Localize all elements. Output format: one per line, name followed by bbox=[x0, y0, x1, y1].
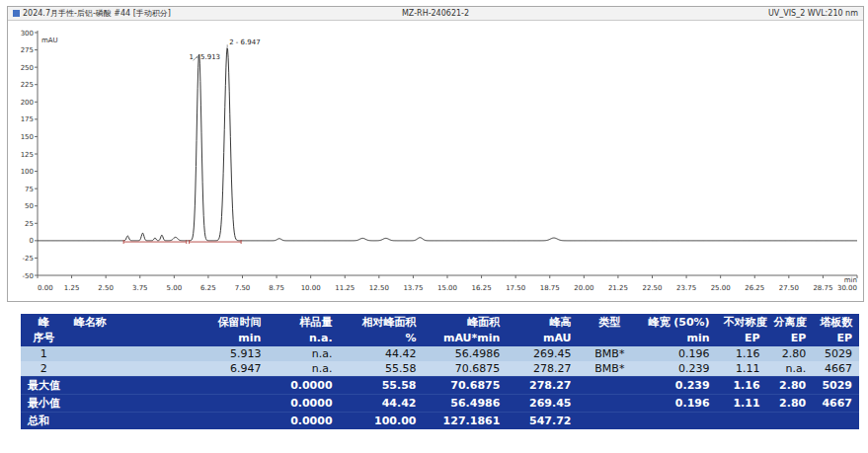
peak-cell[interactable]: 70.6875 bbox=[423, 361, 507, 377]
peak-cell[interactable]: 2 bbox=[21, 361, 67, 377]
peak-cell[interactable]: 56.4986 bbox=[423, 346, 507, 361]
summary-cell: 1.16 bbox=[717, 377, 767, 395]
column-header: 分离度 bbox=[767, 314, 814, 331]
summary-cell: 5029 bbox=[813, 377, 859, 395]
y-tick-label: 250 bbox=[21, 64, 34, 72]
peak-cell[interactable]: 278.27 bbox=[507, 361, 578, 377]
x-tick-label: 1.25 bbox=[64, 284, 80, 292]
summary-cell: 127.1861 bbox=[423, 413, 507, 430]
column-header: 峰 bbox=[21, 314, 67, 331]
x-tick-label: 0.00 bbox=[38, 284, 53, 292]
column-header: 相对峰面积 bbox=[340, 314, 424, 331]
peak-cell[interactable]: BMB* bbox=[579, 346, 642, 361]
peak-cell[interactable] bbox=[67, 346, 189, 361]
y-tick-label: 275 bbox=[21, 46, 34, 54]
summary-cell: 0.0000 bbox=[268, 395, 339, 413]
x-unit-label: min bbox=[844, 276, 857, 284]
x-tick-label: 20.00 bbox=[574, 284, 593, 292]
peak-label: 2 - 6.947 bbox=[229, 38, 260, 46]
x-tick-label: 11.25 bbox=[335, 284, 355, 292]
peak-cell[interactable]: 269.45 bbox=[507, 346, 578, 361]
peak-row[interactable]: 15.913n.a.44.4256.4986269.45BMB*0.1961.1… bbox=[21, 346, 859, 361]
column-header: 峰面积 bbox=[423, 314, 507, 331]
header-row: 序号minn.a.%mAU*minmAUminEPEPEP bbox=[21, 331, 859, 346]
x-tick-label: 15.00 bbox=[437, 284, 457, 292]
column-header: 类型 bbox=[579, 314, 642, 331]
summary-cell: 1.11 bbox=[717, 395, 767, 413]
channel-info: UV_VIS_2 WVL:210 nm bbox=[577, 9, 858, 18]
summary-cell: 0.196 bbox=[641, 395, 716, 413]
peak-cell[interactable]: 6.947 bbox=[189, 361, 269, 377]
y-tick-label: 200 bbox=[21, 99, 34, 107]
peak-cell[interactable]: 0.196 bbox=[641, 346, 716, 361]
peak-cell[interactable]: 2.80 bbox=[767, 346, 814, 361]
y-tick-label: 175 bbox=[21, 115, 34, 123]
peak-cell[interactable]: 1.11 bbox=[717, 361, 767, 377]
summary-cell bbox=[579, 395, 642, 413]
column-header: 样品量 bbox=[268, 314, 339, 331]
peak-cell[interactable]: 55.58 bbox=[340, 361, 424, 377]
peak-cell[interactable]: BMB* bbox=[579, 361, 642, 377]
y-tick-label: 150 bbox=[21, 133, 34, 141]
peak-cell[interactable]: 4667 bbox=[813, 361, 859, 377]
summary-cell: 547.72 bbox=[507, 413, 578, 430]
summary-cell bbox=[189, 413, 269, 430]
summary-cell: 2.80 bbox=[767, 395, 814, 413]
injection-name: MZ-RH-240621-2 bbox=[294, 9, 576, 18]
column-header: 序号 bbox=[21, 331, 67, 346]
column-header bbox=[579, 331, 642, 346]
peak-cell[interactable]: 5029 bbox=[813, 346, 859, 361]
summary-cell: 269.45 bbox=[507, 395, 578, 413]
sample-info: 2024.7月手性-后铝-磷酸 #44 [手动积分] bbox=[23, 8, 171, 19]
summary-cell bbox=[67, 377, 189, 395]
summary-cell bbox=[67, 413, 189, 430]
column-header: 保留时间 bbox=[189, 314, 269, 331]
column-header: mAU*min bbox=[423, 331, 507, 346]
summary-row: 最大值0.000055.5870.6875278.270.2391.162.80… bbox=[21, 377, 859, 395]
summary-cell bbox=[579, 377, 642, 395]
peak-cell[interactable]: 0.239 bbox=[641, 361, 716, 377]
x-tick-label: 18.75 bbox=[540, 284, 560, 292]
peak-cell[interactable]: 5.913 bbox=[189, 346, 269, 361]
column-header: EP bbox=[717, 331, 767, 346]
y-unit-label: mAU bbox=[41, 37, 58, 44]
summary-cell: 278.27 bbox=[507, 377, 578, 395]
column-header: % bbox=[340, 331, 424, 346]
peak-row[interactable]: 26.947n.a.55.5870.6875278.27BMB*0.2391.1… bbox=[21, 361, 859, 377]
chromatogram-plot[interactable]: 3002752502252001751501251007550250-25-50… bbox=[8, 21, 865, 301]
column-header: 峰宽 (50%) bbox=[641, 314, 716, 331]
y-tick-label: 50 bbox=[25, 202, 34, 210]
peak-cell[interactable]: n.a. bbox=[268, 346, 339, 361]
summary-cell: 4667 bbox=[813, 395, 859, 413]
peak-cell[interactable]: 44.42 bbox=[340, 346, 424, 361]
x-tick-label: 22.50 bbox=[642, 284, 662, 292]
summary-cell bbox=[717, 413, 767, 430]
summary-cell bbox=[189, 395, 269, 413]
peak-cell[interactable]: n.a. bbox=[767, 361, 814, 377]
summary-cell: 2.80 bbox=[767, 377, 814, 395]
peak-cell[interactable]: n.a. bbox=[268, 361, 339, 377]
summary-cell bbox=[767, 413, 814, 430]
y-tick-label: -25 bbox=[23, 255, 34, 263]
signal-trace bbox=[38, 48, 857, 241]
y-tick-label: 75 bbox=[25, 186, 34, 193]
y-tick-label: 0 bbox=[30, 237, 34, 245]
peak-results-table: 峰峰名称保留时间样品量相对峰面积峰面积峰高类型峰宽 (50%)不对称度分离度塔板… bbox=[21, 314, 859, 429]
column-header: 峰高 bbox=[507, 314, 578, 331]
peak-cell[interactable] bbox=[67, 361, 189, 377]
peak-cell[interactable]: 1 bbox=[21, 346, 67, 361]
x-tick-label: 16.25 bbox=[472, 284, 492, 292]
header-row: 峰峰名称保留时间样品量相对峰面积峰面积峰高类型峰宽 (50%)不对称度分离度塔板… bbox=[21, 314, 859, 331]
chromatogram-icon bbox=[13, 10, 20, 17]
peak-cell[interactable]: 1.16 bbox=[717, 346, 767, 361]
summary-cell bbox=[579, 413, 642, 430]
summary-cell: 56.4986 bbox=[423, 395, 507, 413]
column-header: n.a. bbox=[268, 331, 339, 346]
summary-cell: 44.42 bbox=[340, 395, 424, 413]
summary-cell bbox=[67, 395, 189, 413]
y-tick-label: 300 bbox=[21, 30, 34, 38]
column-header: mAU bbox=[507, 331, 578, 346]
x-tick-label: 30.00 bbox=[837, 284, 857, 292]
x-tick-label: 6.25 bbox=[200, 284, 216, 292]
summary-cell bbox=[641, 413, 716, 430]
